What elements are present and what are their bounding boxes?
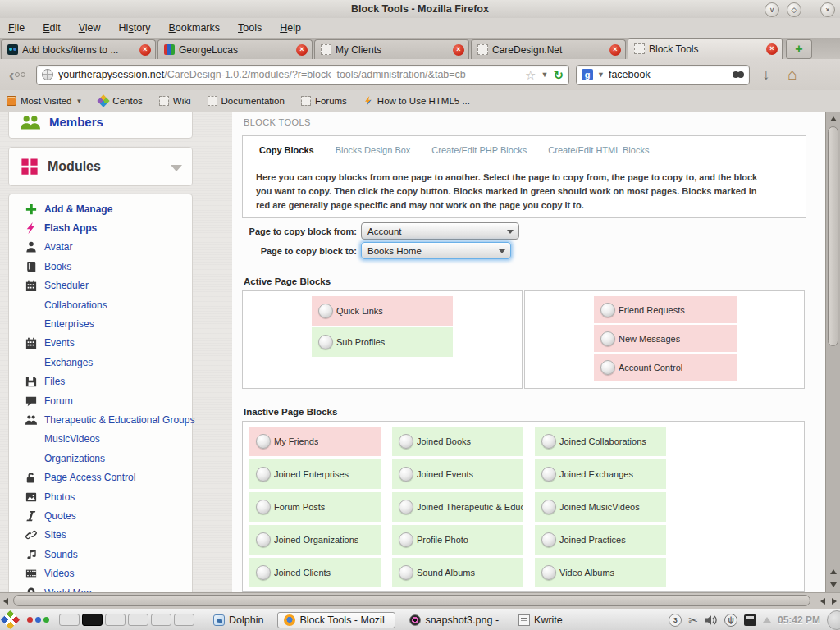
url-text[interactable]: yourtherapysession.net/CareDesign-1.0.2/…	[58, 69, 520, 80]
volume-icon[interactable]	[705, 614, 718, 627]
sidebar-item[interactable]: Books	[9, 257, 192, 276]
desktop-4[interactable]	[128, 614, 148, 626]
sidebar-item[interactable]: Quotes	[9, 506, 192, 525]
window-titlebar[interactable]: Block Tools - Mozilla Firefox ∨ ◇ ×	[0, 0, 840, 19]
sidebar-item[interactable]: World Map	[9, 583, 192, 592]
sidebar-item[interactable]: Events	[9, 334, 192, 353]
tab-close-icon[interactable]: ×	[139, 44, 151, 56]
maximize-icon[interactable]: ◇	[787, 2, 801, 17]
block-radio[interactable]	[600, 331, 615, 346]
url-bar[interactable]: yourtherapysession.net/CareDesign-1.0.2/…	[36, 65, 569, 85]
content-tab[interactable]: Blocks Design Box	[336, 145, 411, 155]
page-block[interactable]: Forum Posts	[249, 492, 381, 522]
bookmark-item[interactable]: Most Visited ▼	[7, 96, 82, 106]
sidebar-item[interactable]: Organizations	[9, 449, 192, 468]
green-dot-icon[interactable]	[43, 617, 49, 623]
block-radio[interactable]	[600, 360, 615, 375]
taskbar-app[interactable]: Dolphin	[208, 613, 269, 628]
bookmark-item[interactable]: Documentation ▼	[208, 96, 285, 106]
vertical-scrollbar[interactable]	[825, 112, 840, 592]
menu-item[interactable]: File	[8, 22, 25, 34]
taskbar-app[interactable]: Kwrite	[513, 613, 568, 628]
desktop-5[interactable]	[151, 614, 171, 626]
search-input[interactable]: facebook	[609, 69, 728, 80]
reload-icon[interactable]: ↻	[553, 69, 564, 81]
sidebar-item[interactable]: Photos	[9, 487, 192, 506]
menu-item[interactable]: View	[79, 22, 101, 34]
bookmark-item[interactable]: Wiki ▼	[159, 96, 191, 106]
page-block[interactable]: Joined Collaborations	[535, 427, 666, 456]
sidebar-item[interactable]: Scheduler	[9, 276, 192, 295]
sidebar-item[interactable]: Flash Apps	[9, 218, 192, 237]
page-block[interactable]: My Friends	[249, 427, 381, 456]
page-block[interactable]: Joined Therapeutic & Educatio	[392, 492, 523, 522]
sidebar-item[interactable]: Videos	[9, 564, 192, 582]
menu-item[interactable]: Bookmarks	[169, 22, 221, 34]
page-block[interactable]: Account Control	[594, 354, 737, 381]
scroll-right-icon[interactable]	[829, 593, 840, 609]
page-block[interactable]: Joined Enterprises	[249, 459, 381, 489]
content-tab[interactable]: Create/Edit HTML Blocks	[548, 145, 649, 155]
page-block[interactable]: Sound Albums	[392, 558, 523, 587]
home-icon[interactable]: ⌂	[783, 66, 802, 84]
blue-dot-icon[interactable]	[35, 617, 41, 623]
sidebar-item[interactable]: Exchanges	[9, 353, 192, 372]
bookmark-star-icon[interactable]: ☆	[525, 69, 536, 81]
bookmark-item[interactable]: How to Use HTML5 ... ▼	[363, 96, 470, 106]
browser-tab[interactable]: CareDesign.Net ×	[471, 39, 626, 59]
menu-item[interactable]: History	[119, 22, 151, 34]
page-block[interactable]: Joined Organizations	[249, 525, 381, 555]
block-radio[interactable]	[541, 500, 556, 514]
block-radio[interactable]	[399, 434, 413, 449]
app-launcher-icon[interactable]	[0, 609, 20, 629]
search-bar[interactable]: g ▼ facebook	[576, 65, 750, 85]
scroll-down-icon[interactable]	[826, 578, 840, 591]
browser-tab[interactable]: My Clients ×	[314, 39, 469, 59]
sidebar-modules-header[interactable]: Modules	[8, 147, 193, 186]
page-block[interactable]: Joined Practices	[535, 525, 666, 555]
block-radio[interactable]	[256, 500, 271, 514]
new-tab-button[interactable]: +	[786, 39, 812, 59]
sidebar-item[interactable]: Add & Manage	[9, 199, 192, 218]
desktop-3[interactable]	[105, 614, 126, 626]
block-radio[interactable]	[541, 467, 556, 482]
sidebar-item[interactable]: Enterprises	[9, 314, 192, 333]
page-block[interactable]: Joined Books	[392, 427, 523, 456]
sidebar-item[interactable]: Page Access Control	[9, 468, 192, 486]
block-radio[interactable]	[256, 532, 271, 547]
sidebar-item[interactable]: Sounds	[9, 545, 192, 564]
block-radio[interactable]	[541, 532, 556, 547]
page-block[interactable]: New Messages	[594, 325, 737, 352]
search-engine-icon[interactable]: g	[582, 69, 593, 80]
sidebar-item[interactable]: Avatar	[9, 238, 192, 257]
bookmark-item[interactable]: Forums ▼	[301, 96, 347, 106]
collapse-triangle-icon[interactable]	[171, 165, 182, 171]
block-radio[interactable]	[541, 434, 556, 449]
tab-close-icon[interactable]: ×	[296, 44, 308, 56]
horizontal-scrollbar-thumb[interactable]	[13, 595, 810, 606]
desktop-6[interactable]	[174, 614, 194, 626]
taskbar-app[interactable]: Block Tools - Mozil	[277, 612, 395, 628]
page-block[interactable]: Profile Photo	[392, 525, 523, 555]
scissors-icon[interactable]: ✂	[688, 614, 698, 626]
vertical-scrollbar-thumb[interactable]	[828, 126, 838, 346]
content-tab[interactable]: Copy Blocks	[259, 145, 314, 155]
search-go-icon[interactable]	[733, 71, 739, 78]
browser-tab[interactable]: Block Tools ×	[628, 38, 783, 59]
browser-tab[interactable]: GeorgeLucas ×	[158, 39, 313, 59]
klipper-icon[interactable]: 3	[669, 614, 682, 627]
close-icon[interactable]: ×	[820, 2, 835, 17]
page-block[interactable]: Quick Links	[312, 296, 453, 326]
sidebar-item[interactable]: Therapeutic & Educational Groups	[9, 410, 192, 429]
sidebar-item[interactable]: Files	[9, 372, 192, 391]
url-dropdown-icon[interactable]: ▼	[541, 71, 549, 79]
page-block[interactable]: Friend Requests	[594, 296, 737, 323]
scroll-left-icon-right[interactable]	[817, 593, 829, 609]
browser-tab[interactable]: Add blocks/items to ... ×	[1, 39, 156, 59]
red-dot-icon[interactable]	[27, 617, 33, 623]
scroll-up-icon-bottom[interactable]	[826, 565, 840, 578]
tab-close-icon[interactable]: ×	[609, 44, 621, 56]
scroll-left-icon[interactable]	[0, 593, 11, 609]
usb-device-icon[interactable]: ψ	[724, 614, 737, 627]
page-block[interactable]: Joined Clients	[249, 558, 381, 587]
